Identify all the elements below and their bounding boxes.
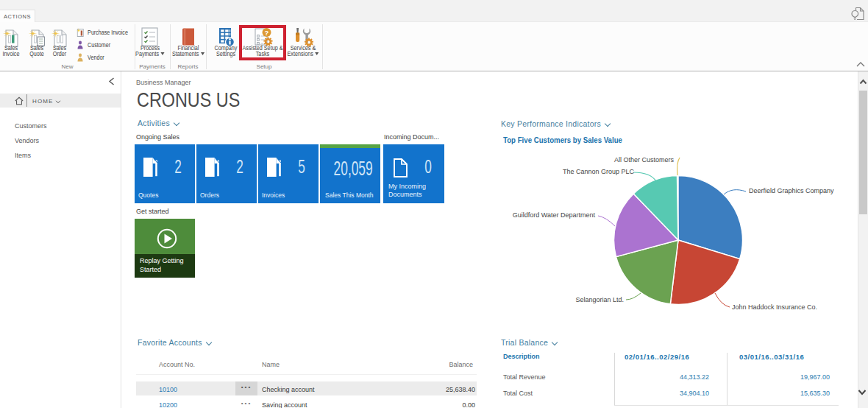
- svg-text:?: ?: [265, 29, 269, 37]
